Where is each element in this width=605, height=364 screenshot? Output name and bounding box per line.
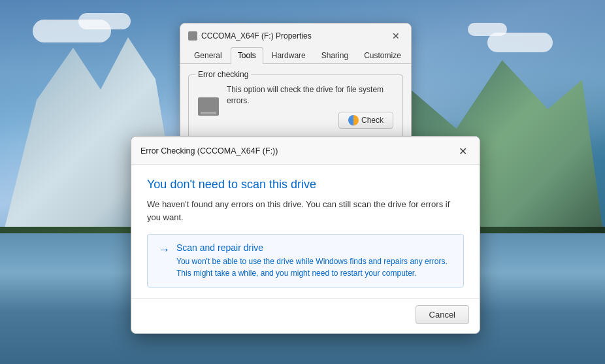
check-button-label: Check [361, 116, 384, 125]
scan-repair-option[interactable]: → Scan and repair drive You won't be abl… [147, 234, 464, 288]
error-check-row: This option will check the drive for fil… [198, 84, 393, 129]
scan-option-content: Scan and repair drive You won't be able … [176, 242, 453, 279]
properties-close-button[interactable]: ✕ [389, 29, 403, 43]
cloud-4 [468, 23, 507, 36]
properties-content: Error checking This option will check th… [180, 64, 411, 146]
tab-tools[interactable]: Tools [231, 47, 263, 64]
error-dialog-cancel-button[interactable]: Cancel [416, 305, 469, 324]
tab-customize[interactable]: Customize [357, 47, 408, 63]
cloud-2 [78, 13, 131, 29]
properties-tabs: General Tools Hardware Sharing Customize [180, 47, 411, 64]
error-check-inner: This option will check the drive for fil… [227, 84, 393, 129]
properties-title-left: CCCOMA_X64F (F:) Properties [188, 31, 312, 41]
error-dialog-footer: Cancel [131, 298, 480, 333]
check-shield-icon [348, 115, 359, 125]
tab-hardware[interactable]: Hardware [265, 47, 313, 63]
error-checking-section: Error checking This option will check th… [188, 74, 403, 139]
error-checking-label: Error checking [195, 70, 251, 79]
error-dialog-titlebar: Error Checking (CCCOMA_X64F (F:)) ✕ [131, 137, 480, 165]
properties-titlebar: CCCOMA_X64F (F:) Properties ✕ [180, 24, 411, 47]
error-dialog-heading: You don't need to scan this drive [147, 178, 464, 191]
scan-option-description: You won't be able to use the drive while… [176, 256, 453, 279]
check-button[interactable]: Check [338, 112, 393, 129]
error-dialog-title-text: Error Checking (CCCOMA_X64F (F:)) [140, 146, 278, 156]
error-check-description: This option will check the drive for fil… [227, 84, 393, 107]
tab-general[interactable]: General [187, 47, 229, 63]
properties-title-text: CCCOMA_X64F (F:) Properties [201, 31, 312, 41]
properties-dialog-icon [188, 31, 197, 41]
error-checking-dialog: Error Checking (CCCOMA_X64F (F:)) ✕ You … [131, 136, 480, 334]
error-dialog-close-button[interactable]: ✕ [455, 143, 470, 159]
scan-arrow-icon: → [158, 243, 170, 257]
error-dialog-body: You don't need to scan this drive We hav… [131, 165, 480, 298]
tab-sharing[interactable]: Sharing [314, 47, 355, 63]
drive-icon [198, 97, 219, 116]
error-dialog-subtext: We haven't found any errors on this driv… [147, 198, 464, 223]
scan-option-title: Scan and repair drive [176, 242, 453, 253]
